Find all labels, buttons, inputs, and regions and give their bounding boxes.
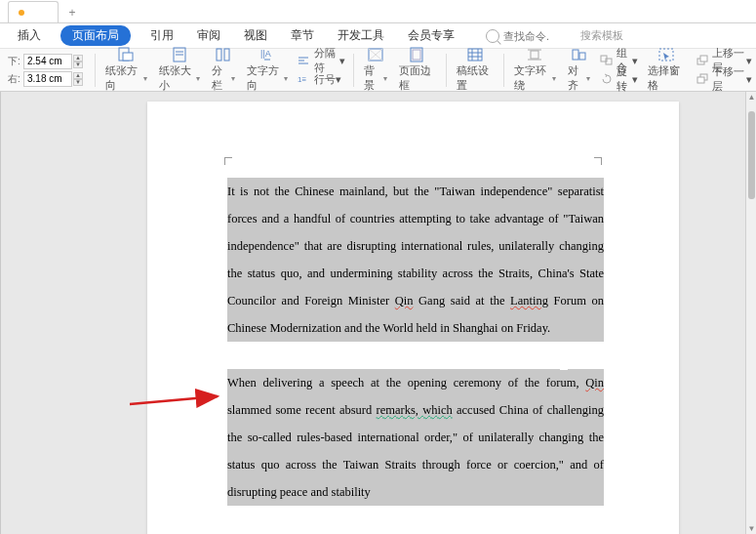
move-down-icon <box>696 73 709 85</box>
margin-inputs: 下: ▲▼ 右: ▲▼ <box>8 54 83 87</box>
spinner-up-icon[interactable]: ▲ <box>73 55 83 62</box>
svg-rect-12 <box>468 49 482 61</box>
margin-bottom-label: 下: <box>8 55 23 68</box>
unsaved-dot-icon <box>19 10 24 16</box>
misspelled-word[interactable]: Lanting <box>510 294 548 308</box>
svg-rect-1 <box>123 53 133 61</box>
svg-rect-14 <box>573 50 578 60</box>
menu-bar: 插入 页面布局 引用 审阅 视图 章节 开发工具 会员专享 搜索模板 <box>0 23 756 49</box>
select-pane-icon <box>657 47 676 62</box>
paper-size-button[interactable]: 纸张大小▾ <box>153 51 207 90</box>
line-number-button[interactable]: 1≡行号▾ <box>298 70 345 88</box>
menu-references[interactable]: 引用 <box>146 25 178 46</box>
rotate-icon <box>600 73 614 85</box>
background-button[interactable]: 背景▾ <box>358 51 393 90</box>
background-icon <box>366 47 385 62</box>
menu-devtools[interactable]: 开发工具 <box>334 25 388 46</box>
grid-icon <box>465 47 485 62</box>
misspelled-word[interactable]: Qin <box>395 294 414 308</box>
template-search-link[interactable]: 搜索模板 <box>580 28 623 43</box>
svg-rect-5 <box>217 49 221 61</box>
move-down-button[interactable]: 下移一层▾ <box>696 70 752 88</box>
text-wrap-button[interactable]: 文字环绕▾ <box>508 51 562 90</box>
scroll-up-icon[interactable]: ▲ <box>746 92 756 103</box>
new-tab-button[interactable]: + <box>61 3 83 22</box>
search-icon <box>486 29 499 43</box>
break-icon <box>298 55 311 66</box>
paper-orient-button[interactable]: 纸张方向▾ <box>99 51 153 90</box>
spinner-down-icon[interactable]: ▼ <box>73 62 83 68</box>
align-icon <box>569 47 588 62</box>
menu-page-layout[interactable]: 页面布局 <box>60 25 131 46</box>
margin-mark-icon <box>594 157 602 165</box>
menu-section[interactable]: 章节 <box>287 25 318 46</box>
text-direction-icon: ||A <box>258 47 277 62</box>
break-button[interactable]: 分隔符▾ <box>298 52 345 69</box>
margin-bottom-input[interactable] <box>23 54 72 69</box>
paper-size-icon <box>170 47 189 62</box>
misspelled-word[interactable]: Qin <box>585 376 604 390</box>
vertical-scrollbar[interactable]: ▲ ▼ <box>745 92 756 534</box>
rotate-button[interactable]: 旋转▾ <box>600 70 638 88</box>
page: It is not the Chinese mainland, but the … <box>147 102 679 534</box>
paper-orient-icon <box>116 47 136 62</box>
svg-rect-15 <box>579 53 585 60</box>
svg-rect-6 <box>224 49 229 61</box>
margin-mark-icon <box>224 157 232 165</box>
menu-view[interactable]: 视图 <box>240 25 271 46</box>
text-cursor <box>560 352 568 370</box>
document-tab[interactable] <box>8 1 59 22</box>
page-border-button[interactable]: 页面边框 <box>393 51 442 90</box>
page-border-icon <box>408 47 427 62</box>
menu-insert[interactable]: 插入 <box>14 25 45 46</box>
svg-rect-22 <box>697 77 704 83</box>
tab-bar: + <box>0 0 756 23</box>
svg-rect-11 <box>413 50 420 60</box>
select-pane-button[interactable]: 选择窗格 <box>642 51 691 90</box>
margin-right-label: 右: <box>8 72 23 86</box>
align-button[interactable]: 对齐▾ <box>562 51 597 90</box>
text-wrap-icon <box>525 47 544 62</box>
document-body[interactable]: It is not the Chinese mainland, but the … <box>227 178 604 506</box>
spinner-up-icon[interactable]: ▲ <box>73 72 83 79</box>
svg-rect-20 <box>700 56 707 62</box>
command-search[interactable] <box>486 29 557 43</box>
svg-text:1≡: 1≡ <box>298 75 306 84</box>
paper-settings-button[interactable]: 稿纸设置 <box>451 51 499 90</box>
line-number-icon: 1≡ <box>298 73 311 85</box>
document-canvas[interactable]: It is not the Chinese mainland, but the … <box>0 92 756 534</box>
grammar-word[interactable]: remarks, which <box>377 403 453 417</box>
menu-vip[interactable]: 会员专享 <box>404 25 458 46</box>
text-direction-button[interactable]: ||A文字方向▾ <box>241 51 295 90</box>
spinner-down-icon[interactable]: ▼ <box>73 79 83 86</box>
svg-text:||A: ||A <box>260 49 271 59</box>
group-icon <box>600 55 614 66</box>
scroll-thumb[interactable] <box>748 111 755 199</box>
margin-right-input[interactable] <box>23 71 72 87</box>
ribbon: 下: ▲▼ 右: ▲▼ 纸张方向▾ 纸张大小▾ 分栏▾ ||A文字方向▾ 分隔符… <box>0 49 756 92</box>
command-search-input[interactable] <box>503 30 557 42</box>
svg-rect-13 <box>531 51 538 59</box>
move-up-icon <box>696 55 709 66</box>
scroll-down-icon[interactable]: ▼ <box>746 523 756 534</box>
menu-review[interactable]: 审阅 <box>193 25 224 46</box>
columns-button[interactable]: 分栏▾ <box>206 51 241 90</box>
paragraph[interactable]: When delivering a speech at the opening … <box>227 369 604 506</box>
paragraph[interactable]: It is not the Chinese mainland, but the … <box>227 178 604 342</box>
columns-icon <box>214 47 233 62</box>
